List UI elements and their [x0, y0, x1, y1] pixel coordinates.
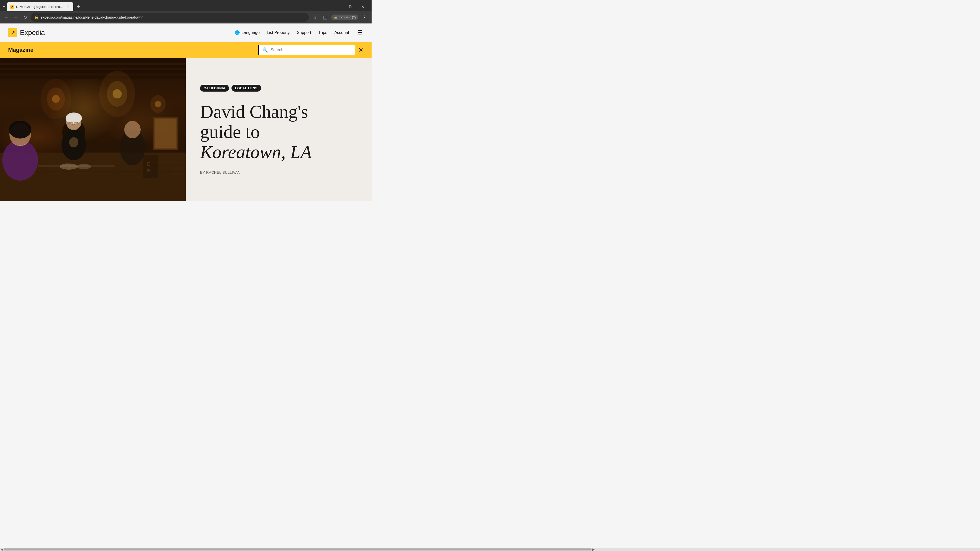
active-tab[interactable]: ↗ David Chang's guide to Koreat... ×: [7, 2, 73, 11]
browser-actions: ☆ ◫ 🕵 Incognito (2) ⋮: [311, 13, 369, 21]
incognito-badge[interactable]: 🕵 Incognito (2): [331, 14, 358, 20]
window-controls: — ⧉ ✕: [331, 3, 369, 11]
tab-close-button[interactable]: ×: [65, 4, 70, 9]
incognito-label: Incognito (2): [339, 16, 356, 19]
minimize-button[interactable]: —: [331, 3, 343, 11]
website-content: ↗ Expedia 🌐 Language List Property Suppo…: [0, 24, 372, 201]
search-container: 🔍 ✕: [258, 44, 363, 56]
account-nav-item[interactable]: Account: [334, 30, 349, 35]
svg-point-31: [9, 121, 32, 138]
hero-content: CALIFORNIA LOCAL LENS David Chang's guid…: [186, 58, 372, 201]
search-input[interactable]: [270, 48, 351, 52]
tab-bar: ▾ ↗ David Chang's guide to Koreat... × +…: [0, 0, 372, 11]
svg-rect-15: [155, 119, 177, 148]
header-nav: 🌐 Language List Property Support Trips A…: [235, 28, 363, 37]
article-title-line3: Koreatown, LA: [200, 142, 312, 162]
search-box[interactable]: 🔍: [258, 44, 355, 56]
support-nav-item[interactable]: Support: [297, 30, 311, 35]
expedia-logo-icon: ↗: [8, 28, 18, 37]
california-tag[interactable]: CALIFORNIA: [200, 85, 229, 92]
trips-nav-item[interactable]: Trips: [318, 30, 327, 35]
article-title-line2: guide to: [200, 122, 260, 142]
tab-favicon: ↗: [10, 5, 14, 9]
svg-point-22: [65, 113, 82, 124]
lock-icon: 🔒: [34, 15, 38, 19]
address-bar[interactable]: 🔒 expedia.com/magazine/local-lens-david-…: [30, 13, 309, 22]
forward-button[interactable]: →: [12, 14, 19, 21]
local-lens-tag[interactable]: LOCAL LENS: [231, 85, 261, 92]
list-property-label: List Property: [267, 30, 290, 35]
svg-point-28: [69, 137, 78, 148]
expedia-logo-text: Expedia: [20, 29, 45, 37]
new-tab-button[interactable]: +: [74, 3, 83, 11]
site-header: ↗ Expedia 🌐 Language List Property Suppo…: [0, 24, 372, 42]
article-byline: BY RACHEL SULLIVAN: [200, 170, 357, 175]
trips-label: Trips: [318, 30, 327, 35]
hero-image: 任 佐: [0, 58, 186, 201]
support-label: Support: [297, 30, 311, 35]
restaurant-svg: 任 佐: [0, 58, 186, 201]
language-label: Language: [242, 30, 259, 35]
expedia-logo-link[interactable]: ↗ Expedia: [8, 28, 45, 37]
svg-point-33: [124, 121, 141, 138]
search-icon: 🔍: [262, 47, 268, 53]
hamburger-menu-button[interactable]: ☰: [356, 28, 363, 37]
account-label: Account: [334, 30, 349, 35]
bookmark-button[interactable]: ☆: [311, 13, 319, 21]
language-nav-item[interactable]: 🌐 Language: [235, 30, 259, 35]
article-tags: CALIFORNIA LOCAL LENS: [200, 85, 357, 92]
browser-chrome: ▾ ↗ David Chang's guide to Koreat... × +…: [0, 0, 372, 24]
sidebar-button[interactable]: ◫: [321, 13, 329, 21]
search-close-button[interactable]: ✕: [358, 46, 363, 54]
url-text: expedia.com/magazine/local-lens-david-ch…: [41, 15, 305, 19]
language-globe-icon: 🌐: [235, 30, 240, 35]
magazine-banner: Magazine 🔍 ✕: [0, 42, 372, 58]
svg-text:佐: 佐: [146, 168, 151, 172]
article-title: David Chang's guide to Koreatown, LA: [200, 102, 357, 162]
article-title-line1: David Chang's: [200, 102, 308, 122]
list-property-nav-item[interactable]: List Property: [267, 30, 290, 35]
incognito-icon: 🕵: [334, 16, 338, 19]
back-button[interactable]: ←: [3, 14, 10, 21]
svg-point-36: [77, 164, 91, 169]
svg-text:任: 任: [146, 162, 151, 166]
browser-menu-button[interactable]: ⋮: [360, 13, 369, 21]
tab-title: David Chang's guide to Koreat...: [16, 5, 64, 9]
refresh-button[interactable]: ↻: [21, 14, 29, 21]
maximize-button[interactable]: ⧉: [344, 3, 356, 11]
hero-image-placeholder: 任 佐: [0, 58, 186, 201]
svg-rect-39: [143, 155, 158, 178]
close-window-button[interactable]: ✕: [357, 3, 369, 11]
hero-section: 任 佐 CALIFORNIA LOCAL LENS David Chang's …: [0, 58, 372, 201]
address-bar-row: ← → ↻ 🔒 expedia.com/magazine/local-lens-…: [0, 11, 372, 24]
tab-dropdown-button[interactable]: ▾: [2, 3, 6, 10]
magazine-label: Magazine: [8, 47, 33, 53]
